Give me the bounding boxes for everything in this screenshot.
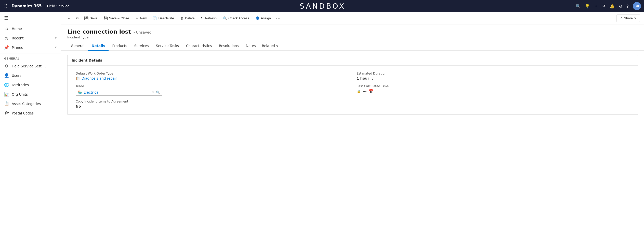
duration-chevron-icon[interactable]: ∨ — [371, 76, 374, 80]
open-new-icon: ⧉ — [76, 16, 78, 20]
main-layout: ☰ ⌂ Home ◷ Recent ∨ 📌 Pinned ∨ General ⚙… — [0, 12, 644, 233]
tab-general[interactable]: General — [67, 41, 88, 51]
last-calc-value-row: 🔒 --- 📅 — [357, 89, 630, 94]
new-button[interactable]: ＋ New — [133, 14, 149, 22]
sidebar-pinned-label: Pinned — [12, 46, 52, 50]
sidebar-item-field-service-settings[interactable]: ⚙ Field Service Setti... — [0, 61, 61, 71]
form-title: Line connection lost — [67, 28, 131, 35]
sidebar-postal-codes-label: Postal Codes — [12, 111, 57, 115]
nav-divider — [44, 3, 44, 9]
filter-icon[interactable]: ⧩ — [602, 4, 606, 9]
search-icon[interactable]: 🔍 — [576, 4, 581, 9]
top-navigation: ⠿ Dynamics 365 Field Service SANDBOX 🔍 💡… — [0, 0, 644, 12]
check-access-icon: 🔍 — [223, 16, 227, 20]
content-area: ← ⧉ 💾 Save 💾 Save & Close ＋ New 📄 Deacti… — [61, 12, 644, 233]
refresh-button[interactable]: ↻ Refresh — [198, 15, 219, 22]
settings-icon[interactable]: ⚙ — [619, 4, 622, 9]
org-units-icon: 📊 — [4, 92, 9, 97]
form-title-row: Line connection lost - Unsaved — [67, 28, 638, 35]
share-chevron-icon: ∨ — [634, 16, 637, 20]
check-access-label: Check Access — [228, 16, 249, 20]
save-close-label: Save & Close — [109, 16, 129, 20]
assign-label: Assign — [261, 16, 271, 20]
dynamics-logo: Dynamics 365 — [11, 4, 42, 8]
tab-products[interactable]: Products — [109, 41, 130, 51]
refresh-label: Refresh — [205, 16, 217, 20]
trade-label: Trade — [76, 84, 349, 88]
copy-incident-items-value: No — [76, 104, 349, 108]
home-icon: ⌂ — [4, 26, 9, 31]
tab-service-tasks[interactable]: Service Tasks — [152, 41, 182, 51]
check-access-button[interactable]: 🔍 Check Access — [220, 15, 252, 22]
delete-button[interactable]: 🗑 Delete — [178, 15, 197, 22]
sidebar-item-postal-codes[interactable]: 🗺 Postal Codes — [0, 108, 61, 118]
back-button[interactable]: ← — [65, 15, 73, 22]
default-work-order-type-label: Default Work Order Type — [76, 72, 349, 75]
form-area: Line connection lost - Unsaved Incident … — [61, 24, 644, 233]
help-icon[interactable]: ? — [627, 4, 629, 9]
sidebar-home-label: Home — [12, 27, 57, 31]
trade-clear-icon[interactable]: ✕ — [152, 91, 154, 94]
hamburger-menu[interactable]: ☰ — [0, 12, 61, 24]
sidebar-recent-label: Recent — [12, 36, 52, 40]
sidebar-divider — [0, 53, 61, 53]
assign-button[interactable]: 👤 Assign — [253, 15, 273, 22]
sidebar-item-pinned[interactable]: 📌 Pinned ∨ — [0, 43, 61, 52]
tab-notes[interactable]: Notes — [242, 41, 259, 51]
deactivate-button[interactable]: 📄 Deactivate — [150, 15, 176, 22]
pinned-chevron-icon: ∨ — [55, 46, 57, 49]
sidebar-item-asset-categories[interactable]: 📋 Asset Categories — [0, 99, 61, 108]
command-bar: ← ⧉ 💾 Save 💾 Save & Close ＋ New 📄 Deacti… — [61, 12, 644, 24]
save-close-button[interactable]: 💾 Save & Close — [101, 15, 132, 22]
form-subtitle: Incident Type — [67, 35, 638, 39]
sidebar-fss-label: Field Service Setti... — [12, 64, 57, 68]
apps-grid-icon[interactable]: ⠿ — [3, 3, 8, 10]
copy-incident-items-label: Copy Incident Items to Agreement — [76, 100, 349, 103]
pin-icon: 📌 — [4, 45, 9, 50]
field-default-work-order-type: Default Work Order Type 📋 Diagnosis and … — [72, 70, 353, 82]
tab-related[interactable]: Related ∨ — [259, 41, 281, 50]
add-icon[interactable]: ＋ — [594, 4, 598, 9]
environment-label: SANDBOX — [73, 2, 573, 10]
estimated-duration-value: 1 hour — [357, 76, 369, 80]
field-estimated-duration: Estimated Duration 1 hour ∨ — [353, 70, 634, 82]
sidebar-item-users[interactable]: 👤 Users — [0, 71, 61, 80]
sidebar-asset-categories-label: Asset Categories — [12, 102, 57, 106]
new-label: New — [140, 16, 147, 20]
unsaved-indicator: - Unsaved — [134, 30, 151, 34]
open-in-new-button[interactable]: ⧉ — [74, 14, 81, 22]
sidebar-item-org-units[interactable]: 📊 Org Units — [0, 90, 61, 99]
save-close-icon: 💾 — [103, 16, 108, 20]
save-icon: 💾 — [84, 16, 88, 20]
tab-services[interactable]: Services — [131, 41, 152, 51]
user-avatar[interactable]: BD — [633, 2, 641, 10]
share-button[interactable]: ↗ Share ∨ — [616, 14, 640, 22]
work-order-type-link[interactable]: 📋 Diagnosis and repair — [76, 76, 349, 80]
left-column: Default Work Order Type 📋 Diagnosis and … — [72, 70, 353, 110]
calendar-icon[interactable]: 📅 — [369, 89, 373, 94]
brand-area: Dynamics 365 Field Service — [11, 3, 70, 9]
lightbulb-icon[interactable]: 💡 — [585, 4, 590, 9]
section-header-incident-details: Incident Details — [68, 55, 638, 66]
back-icon: ← — [67, 16, 71, 20]
notifications-icon[interactable]: 🔔 — [610, 4, 615, 9]
field-trade: Trade 🏪 Electrical ✕ 🔍 — [72, 82, 353, 98]
more-options-button[interactable]: ⋯ — [274, 16, 282, 21]
sidebar-item-territories[interactable]: 🌐 Territories — [0, 80, 61, 90]
globe-icon: 🌐 — [4, 82, 9, 87]
trade-input-field[interactable]: 🏪 Electrical ✕ 🔍 — [76, 89, 162, 96]
assign-icon: 👤 — [255, 16, 260, 20]
tab-details[interactable]: Details — [88, 41, 109, 51]
sidebar-item-home[interactable]: ⌂ Home — [0, 24, 61, 33]
work-order-type-icon: 📋 — [76, 76, 80, 80]
last-calculated-time-value: --- — [363, 89, 367, 93]
tab-resolutions[interactable]: Resolutions — [215, 41, 242, 51]
general-section-header: General — [0, 54, 61, 61]
hamburger-icon: ☰ — [4, 15, 8, 21]
sidebar-item-recent[interactable]: ◷ Recent ∨ — [0, 33, 61, 43]
trade-search-icon[interactable]: 🔍 — [156, 91, 160, 94]
tab-characteristics[interactable]: Characteristics — [182, 41, 215, 51]
lock-icon: 🔒 — [357, 90, 361, 93]
save-button[interactable]: 💾 Save — [82, 15, 100, 22]
settings-gear-icon: ⚙ — [4, 64, 9, 68]
